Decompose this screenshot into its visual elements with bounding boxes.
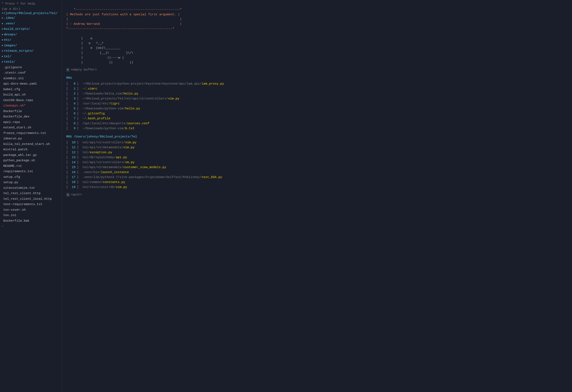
- sidebar-file-alembic[interactable]: alembic.ini: [0, 76, 62, 81]
- mru-path-bright: vim.py: [125, 140, 136, 145]
- mru-path-bright: .bash_profile: [86, 116, 110, 121]
- quit-key[interactable]: q: [66, 193, 70, 196]
- mru-path-bright: constants.py: [103, 180, 125, 185]
- sidebar-file-centos-base[interactable]: CentOS-Base.repo: [0, 98, 62, 103]
- mru-index: 19: [68, 185, 76, 190]
- mru-bracket-open: [: [66, 111, 68, 116]
- mru-bracket-close: ]: [77, 116, 79, 121]
- sidebar-file-epel[interactable]: epel.repo: [0, 120, 62, 125]
- mru-local-item[interactable]: [10] tel/api/v1/controllers/vim.py: [66, 140, 568, 145]
- sidebar-file-cleanpyc[interactable]: cleanpyc.sh*: [0, 103, 62, 109]
- empty-buffer-line[interactable]: e<empty buffer>: [66, 67, 568, 72]
- sidebar-file-tox-ini[interactable]: tox.ini: [0, 213, 62, 218]
- sidebar-dir-tools[interactable]: ▸tools/: [0, 59, 62, 65]
- sidebar-file-dockerfile[interactable]: Dockerfile: [0, 109, 62, 114]
- mru-global-item[interactable]: [6] ~/.gitconfig: [66, 111, 568, 116]
- sidebar-file-stestr[interactable]: .stestr.conf: [0, 70, 62, 76]
- sidebar-file-setup-py[interactable]: setup.py: [0, 180, 62, 185]
- mru-index: 7: [68, 116, 76, 121]
- mru-local-item[interactable]: [11] tel/api/v1/datamodels/vim.py: [66, 145, 568, 150]
- mru-bracket-close: ]: [77, 170, 79, 175]
- sidebar-dir-build-scripts[interactable]: ▸build_scripts/: [0, 27, 62, 32]
- mru-path-dim: ~/99cloud_projects/python-project/keysto…: [82, 81, 202, 86]
- mru-bracket-open: [: [66, 101, 68, 106]
- mru-path-bright: hello.py: [123, 91, 138, 96]
- sidebar-file-mistral[interactable]: mistral.patch: [0, 147, 62, 152]
- quit-line[interactable]: q<quit>: [66, 192, 568, 197]
- mru-global-item[interactable]: [9] ~/Downloads/python-vim/b.txt: [66, 126, 568, 131]
- sidebar-dir-idea[interactable]: ▸.idea/: [0, 15, 62, 21]
- mru-global-item[interactable]: [1] ~/.vimrc: [66, 86, 568, 91]
- up-a-dir[interactable]: (up a dir): [0, 7, 62, 11]
- sidebar-file-tox-cover[interactable]: tox-cover.sh: [0, 207, 62, 213]
- mru-global-item[interactable]: [2] ~/Downloads/delta_vim/hello.py: [66, 91, 568, 96]
- mru-local-label: MRU /Users/johnny/99cloud_projects/Tel: [66, 134, 568, 139]
- sidebar-file-gitignore[interactable]: .gitignore: [0, 65, 62, 71]
- mru-local-section: MRU /Users/johnny/99cloud_projects/Tel […: [66, 134, 568, 190]
- mru-path-dim: tel/api/v1/controllers/: [82, 160, 125, 165]
- sidebar-dir-tel[interactable]: ▸tel/: [0, 54, 62, 60]
- sidebar-file-sitecustomize[interactable]: sitecustomize.txt: [0, 185, 62, 191]
- sidebar-dir-images[interactable]: ▸images/: [0, 43, 62, 49]
- sidebar-file-dockerfile-dev[interactable]: Dockerfile_dev: [0, 114, 62, 120]
- mru-local-item[interactable]: [17] .venv/lib/python3.7/site-packages/C…: [66, 175, 568, 180]
- dir-arrow: ▸: [2, 38, 3, 42]
- sidebar-file-idearun[interactable]: idearun.py: [0, 136, 62, 142]
- sidebar-file-readme[interactable]: README.rst: [0, 164, 62, 169]
- mru-bracket-close: ]: [77, 91, 79, 96]
- sidebar-dir-venv[interactable]: ▸.venv/: [0, 21, 62, 27]
- mru-local-item[interactable]: [12] tel/exception.py: [66, 150, 568, 155]
- mru-global-item[interactable]: [3] ~/99cloud_projects/Tel/tel/api/v1/co…: [66, 96, 568, 101]
- mru-global-item[interactable]: [4] /usr/local/etc/tigrc: [66, 101, 568, 106]
- dir-arrow: ▸: [2, 55, 3, 58]
- mru-local-item[interactable]: [16] .venv/bin/launch_instance: [66, 170, 568, 175]
- mru-bracket-open: [: [66, 140, 68, 145]
- mru-global-item[interactable]: [8] /opt/local/etc/macports/sources.conf: [66, 121, 568, 126]
- sidebar-dir-release-scripts[interactable]: ▸release_scripts/: [0, 48, 62, 54]
- mru-path-dim: .venv/lib/python3.7/site-packages/Crypto…: [82, 175, 202, 180]
- mru-path-bright: vim.py: [168, 96, 179, 101]
- mru-path-bright: exception.py: [90, 150, 112, 155]
- mru-local-item[interactable]: [19] tel/tests/unit/db/vim.py: [66, 185, 568, 190]
- mru-path-dim: tel/db/sqlalchemy/: [82, 155, 116, 160]
- press-help-text: " Press ? for help: [0, 2, 62, 7]
- mru-bracket-open: [: [66, 165, 68, 170]
- sidebar-file-python-package[interactable]: python_package.sh: [0, 158, 62, 164]
- sidebar-file-setup-cfg[interactable]: setup.cfg: [0, 175, 62, 180]
- mru-bracket-close: ]: [77, 96, 79, 101]
- mru-local-item[interactable]: [14] tel/api/v1/controllers/vm.py: [66, 160, 568, 165]
- mru-index: 15: [68, 165, 76, 170]
- mru-local-item[interactable]: [13] tel/db/sqlalchemy/api.py: [66, 155, 568, 160]
- quote-line2: | Methods are just functions with a spec…: [66, 13, 180, 16]
- mru-local-item[interactable]: [15] tel/api/v1/datamodels/customer_view…: [66, 165, 568, 170]
- sidebar-file-build-api[interactable]: build_api.sh: [0, 92, 62, 98]
- mru-path-bright: iam_proxy.py: [202, 81, 224, 86]
- empty-buffer-key[interactable]: e: [66, 68, 70, 72]
- sidebar-file-babel[interactable]: babel.cfg: [0, 87, 62, 92]
- mru-path-bright: vim.py: [116, 185, 127, 190]
- sidebar-file-freeze-req[interactable]: freeze_requirements.txt: [0, 131, 62, 136]
- sidebar-dir-devops[interactable]: ▸devops/: [0, 32, 62, 38]
- sidebar-file-requirements[interactable]: requirements.txt: [0, 169, 62, 175]
- sidebar-file-tel-rest-local[interactable]: tel_rest_client_local.http: [0, 196, 62, 202]
- quote-box: *---------------------------------------…: [66, 2, 568, 36]
- mru-local-item[interactable]: [18] tel/common/constants.py: [66, 180, 568, 185]
- sidebar-file-dockerfile-bak[interactable]: Dockerfile.bak: [0, 218, 62, 224]
- mru-index: 8: [68, 121, 76, 126]
- sidebar-file-package-whl[interactable]: package_whl.tar.gz: [0, 152, 62, 158]
- mru-global-item[interactable]: [0] ~/99cloud_projects/python-project/ke…: [66, 81, 568, 86]
- sidebar-file-extend-start[interactable]: extend_start.sh: [0, 125, 62, 131]
- sidebar-dir-etc[interactable]: ▸etc/: [0, 37, 62, 43]
- mru-bracket-close: ]: [77, 126, 79, 131]
- mru-index: 13: [68, 155, 76, 160]
- cow-ascii-art: | o | o ^__^ | o (oo)\________ | (__)\ )…: [66, 36, 568, 65]
- sidebar-file-api-docs[interactable]: api-docs-meao.yaml: [0, 81, 62, 87]
- mru-global-item[interactable]: [7] ~/.bash_profile: [66, 116, 568, 121]
- mru-global-item[interactable]: [5] ~/Downloads/python-vim/hello.py: [66, 106, 568, 111]
- mru-bracket-close: ]: [77, 155, 79, 160]
- mru-bracket-close: ]: [77, 140, 79, 145]
- sidebar-file-tel-rest[interactable]: tel_rest_client.http: [0, 191, 62, 196]
- mru-bracket-close: ]: [77, 121, 79, 126]
- sidebar-file-kolla[interactable]: kolla_tel_extend_start.sh: [0, 142, 62, 147]
- sidebar-file-test-req[interactable]: test-requirements.txt: [0, 202, 62, 207]
